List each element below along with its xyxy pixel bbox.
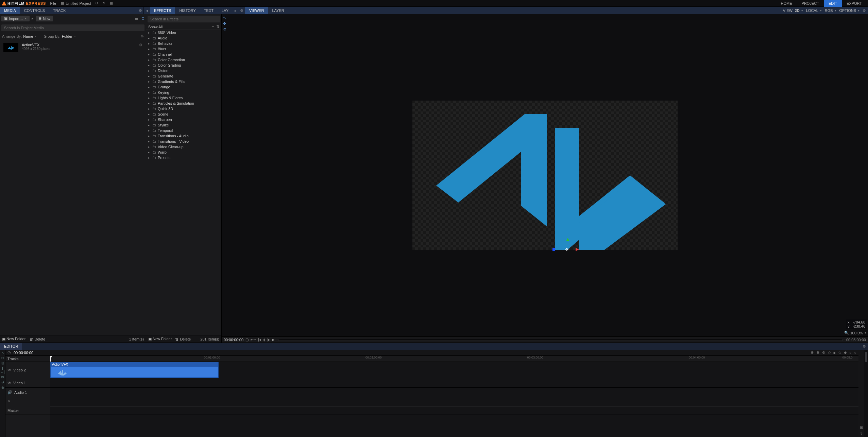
item-gear-icon[interactable]: ⚙ <box>139 43 142 47</box>
playhead[interactable] <box>50 356 51 362</box>
track-name[interactable]: Video 1 <box>13 381 26 385</box>
kf-prev-icon[interactable]: ◇ <box>828 350 831 355</box>
space-dropdown[interactable]: LOCAL ▼ <box>806 8 822 13</box>
select-tool-icon[interactable]: ↖ <box>0 351 5 355</box>
delete-btn[interactable]: 🗑 Delete <box>30 337 45 341</box>
timeline-ruler[interactable]: 00:01:00:0000:02:00:0000:03:00:0000:04:0… <box>50 356 858 362</box>
kf-add-icon[interactable]: ◆ <box>844 350 847 355</box>
snap-tool-icon[interactable]: ⊟ <box>0 361 5 365</box>
track-add-icon[interactable]: ⊞ <box>860 425 863 430</box>
effects-category[interactable]: ▸🗀Blurs <box>146 46 221 52</box>
effects-category[interactable]: ▸🗀Behavior <box>146 41 221 46</box>
magnet-tool-icon[interactable]: ⊕ <box>0 386 5 389</box>
effects-category[interactable]: ▸🗀Keying <box>146 90 221 95</box>
detail-view-icon[interactable]: ≣ <box>141 16 144 20</box>
sort-icon[interactable]: ⇅ <box>216 24 219 29</box>
effects-category[interactable]: ▸🗀Distort <box>146 68 221 73</box>
visibility-icon[interactable]: 👁 <box>7 368 11 372</box>
fx-new-folder-btn[interactable]: ▣ New Folder <box>148 337 172 341</box>
effects-category[interactable]: ▸🗀Presets <box>146 155 221 160</box>
ripple-tool-icon[interactable]: |↔| <box>0 366 5 374</box>
tab-editor[interactable]: EDITOR <box>0 343 22 350</box>
kf-next-icon[interactable]: ◇ <box>838 350 841 355</box>
effects-category[interactable]: ▸🗀Scene <box>146 111 221 117</box>
effects-category[interactable]: ▸🗀Warp <box>146 150 221 155</box>
effects-category[interactable]: ▸🗀Transitions - Audio <box>146 133 221 139</box>
effects-category[interactable]: ▸🗀Color Grading <box>146 63 221 68</box>
viewer-canvas[interactable]: ↖ ✥ ⟲ ✥ x: -704.68 y: -230.46 <box>222 14 868 336</box>
effects-category[interactable]: ▸🗀Color Correction <box>146 57 221 63</box>
kf-clear-icon[interactable]: ○ <box>849 351 852 355</box>
sort-icon[interactable]: ⇅ <box>141 34 144 38</box>
menu-file[interactable]: File <box>50 1 56 5</box>
new-folder-btn[interactable]: ▣ New Folder <box>2 337 25 341</box>
go-start-icon[interactable]: |◂ <box>258 338 261 342</box>
tab-text[interactable]: TEXT <box>200 7 218 14</box>
import-button[interactable]: ▣Import…▼ <box>1 16 30 21</box>
rate-tool-icon[interactable]: ⧉ <box>0 375 5 379</box>
scroll-left-icon[interactable]: ◂ <box>144 7 150 14</box>
kf-stop-icon[interactable]: ■ <box>833 351 836 355</box>
new-button[interactable]: ⊕New <box>36 16 53 21</box>
tab-layout[interactable]: LAY <box>218 7 233 14</box>
hand-tool-icon[interactable]: ✥ <box>222 21 227 26</box>
media-search-input[interactable] <box>1 24 144 31</box>
arrange-value[interactable]: Name <box>23 34 33 38</box>
track-name[interactable]: Master <box>7 408 19 413</box>
list-view-icon[interactable]: ☰ <box>135 16 138 20</box>
timeline-vscroll[interactable] <box>864 350 868 437</box>
in-out-icon[interactable]: ⇤⇥ <box>251 338 256 342</box>
step-fwd-icon[interactable]: |▸ <box>267 338 270 342</box>
z-handle-icon[interactable] <box>552 248 555 251</box>
media-gear-icon[interactable]: ⚙ <box>137 7 143 14</box>
group-value[interactable]: Folder <box>62 34 72 38</box>
effects-category[interactable]: ▸🗀Transitions - Video <box>146 139 221 144</box>
show-all-label[interactable]: Show All <box>148 25 163 29</box>
undo-icon[interactable]: ↺ <box>95 1 98 5</box>
marker-del-icon[interactable]: ⊘ <box>822 350 825 355</box>
scroll-right-icon[interactable]: ▸ <box>233 7 239 14</box>
nav-edit[interactable]: EDIT <box>824 0 842 7</box>
effects-category[interactable]: ▸🗀Video Clean-up <box>146 144 221 150</box>
effects-category[interactable]: ▸🗀Channel <box>146 52 221 57</box>
nav-export[interactable]: EXPORT <box>842 0 867 7</box>
track-name[interactable]: Video 2 <box>13 368 26 372</box>
play-icon[interactable]: ▶ <box>272 338 275 342</box>
zoom-icon[interactable]: 🔍 <box>844 331 849 335</box>
media-item[interactable]: ActionVFX 4096 x 2160 pixels ⚙ <box>2 42 144 53</box>
track-name[interactable]: Audio 1 <box>14 390 27 395</box>
viewer-gear-icon[interactable]: ⚙ <box>863 8 866 13</box>
visibility-icon[interactable]: 👁 <box>7 381 11 385</box>
effects-category[interactable]: ▸🗀Grunge <box>146 84 221 90</box>
channel-dropdown[interactable]: RGB ▼ <box>825 8 837 13</box>
view-mode-dropdown[interactable]: VIEW: 2D ▼ <box>783 8 803 13</box>
timeline-clip[interactable]: ActionVFX <box>50 362 219 378</box>
editor-gear-icon[interactable]: ⚙ <box>861 344 868 349</box>
effects-search-input[interactable] <box>148 16 220 22</box>
tab-layer[interactable]: LAYER <box>268 7 288 14</box>
effects-category[interactable]: ▸🗀Quick 3D <box>146 106 221 111</box>
tab-history[interactable]: HISTORY <box>175 7 200 14</box>
tab-viewer[interactable]: VIEWER <box>245 7 268 14</box>
link-tool-icon[interactable]: ⇄ <box>0 381 5 384</box>
mute-icon[interactable]: 🔊 <box>7 390 12 395</box>
effects-category[interactable]: ▸🗀Particles & Simulation <box>146 101 221 106</box>
effects-category[interactable]: ▸🗀Generate <box>146 73 221 79</box>
track-height-icon[interactable]: ⇳ <box>860 431 863 436</box>
grid-icon[interactable]: ▦ <box>109 1 113 5</box>
effects-category[interactable]: ▸🗀Stylize <box>146 122 221 128</box>
fx-icon[interactable]: ⨯ <box>7 399 11 404</box>
effects-category[interactable]: ▸🗀Audio <box>146 35 221 41</box>
marker-add-icon[interactable]: ⊕ <box>811 350 814 355</box>
y-handle-icon[interactable] <box>566 238 569 241</box>
options-dropdown[interactable]: OPTIONS ▼ <box>839 8 860 13</box>
effects-category[interactable]: ▸🗀Lights & Flares <box>146 95 221 101</box>
nav-home[interactable]: HOME <box>776 0 797 7</box>
effects-gear-icon[interactable]: ⚙ <box>239 7 245 14</box>
loop-icon[interactable]: ▢ <box>245 338 249 342</box>
nav-project[interactable]: PROJECT <box>797 0 824 7</box>
redo-icon[interactable]: ↻ <box>102 1 105 5</box>
chevron-right-icon[interactable]: ▸ <box>32 16 34 21</box>
effects-category[interactable]: ▸🗀360° Video <box>146 30 221 35</box>
zoom-value[interactable]: 100.0% <box>850 331 863 335</box>
